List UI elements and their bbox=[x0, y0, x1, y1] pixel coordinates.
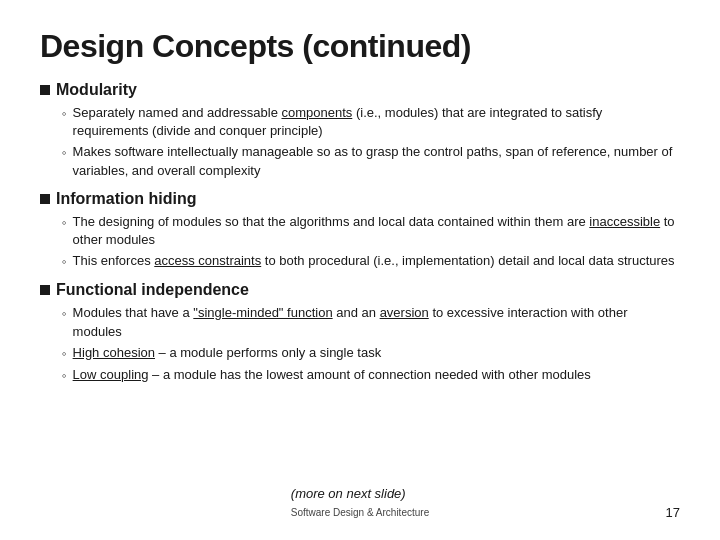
sub-bullet-fi-2: ◦ High cohesion – a module performs only… bbox=[62, 344, 680, 363]
content-area: Modularity ◦ Separately named and addres… bbox=[40, 81, 680, 478]
sub-bullet-text-ih-1: The designing of modules so that the alg… bbox=[73, 213, 680, 249]
sub-bullet-dot: ◦ bbox=[62, 105, 67, 123]
footer-content: (more on next slide) Software Design & A… bbox=[291, 484, 429, 520]
sub-bullets-modularity: ◦ Separately named and addressable compo… bbox=[56, 104, 680, 180]
slide: Design Concepts (continued) Modularity ◦… bbox=[0, 0, 720, 540]
bullet-content-func-ind: Functional independence ◦ Modules that h… bbox=[56, 281, 680, 385]
heading-info-hiding: Information hiding bbox=[56, 190, 680, 208]
more-on-next-slide: (more on next slide) bbox=[291, 486, 406, 501]
sub-bullet-dot: ◦ bbox=[62, 367, 67, 385]
sub-bullet-ih-2: ◦ This enforces access constraints to bo… bbox=[62, 252, 680, 271]
bullet-icon-info-hiding bbox=[40, 194, 50, 204]
section-modularity: Modularity ◦ Separately named and addres… bbox=[40, 81, 680, 180]
sub-bullet-dot: ◦ bbox=[62, 214, 67, 232]
bullet-content-modularity: Modularity ◦ Separately named and addres… bbox=[56, 81, 680, 180]
sub-bullet-text-fi-3: Low coupling – a module has the lowest a… bbox=[73, 366, 591, 384]
sub-bullets-info-hiding: ◦ The designing of modules so that the a… bbox=[56, 213, 680, 272]
sub-bullet-mod-2: ◦ Makes software intellectually manageab… bbox=[62, 143, 680, 179]
sub-bullet-text-mod-2: Makes software intellectually manageable… bbox=[73, 143, 680, 179]
sub-bullet-mod-1: ◦ Separately named and addressable compo… bbox=[62, 104, 680, 140]
sub-bullet-fi-3: ◦ Low coupling – a module has the lowest… bbox=[62, 366, 680, 385]
sub-bullet-text-fi-1: Modules that have a "single-minded" func… bbox=[73, 304, 680, 340]
sub-bullet-text-fi-2: High cohesion – a module performs only a… bbox=[73, 344, 382, 362]
footer-subtitle: Software Design & Architecture bbox=[291, 507, 429, 518]
sub-bullets-func-ind: ◦ Modules that have a "single-minded" fu… bbox=[56, 304, 680, 385]
sub-bullet-dot: ◦ bbox=[62, 345, 67, 363]
slide-title: Design Concepts (continued) bbox=[40, 28, 680, 65]
sub-bullet-text-ih-2: This enforces access constraints to both… bbox=[73, 252, 675, 270]
footer: (more on next slide) Software Design & A… bbox=[40, 478, 680, 520]
sub-bullet-ih-1: ◦ The designing of modules so that the a… bbox=[62, 213, 680, 249]
sub-bullet-fi-1: ◦ Modules that have a "single-minded" fu… bbox=[62, 304, 680, 340]
page-number: 17 bbox=[666, 505, 680, 520]
heading-modularity: Modularity bbox=[56, 81, 680, 99]
sub-bullet-dot: ◦ bbox=[62, 253, 67, 271]
sub-bullet-text-mod-1: Separately named and addressable compone… bbox=[73, 104, 680, 140]
sub-bullet-dot: ◦ bbox=[62, 305, 67, 323]
heading-func-ind: Functional independence bbox=[56, 281, 680, 299]
section-functional-independence: Functional independence ◦ Modules that h… bbox=[40, 281, 680, 385]
bullet-content-info-hiding: Information hiding ◦ The designing of mo… bbox=[56, 190, 680, 272]
bullet-icon-modularity bbox=[40, 85, 50, 95]
bullet-icon-func-ind bbox=[40, 285, 50, 295]
section-information-hiding: Information hiding ◦ The designing of mo… bbox=[40, 190, 680, 272]
sub-bullet-dot: ◦ bbox=[62, 144, 67, 162]
